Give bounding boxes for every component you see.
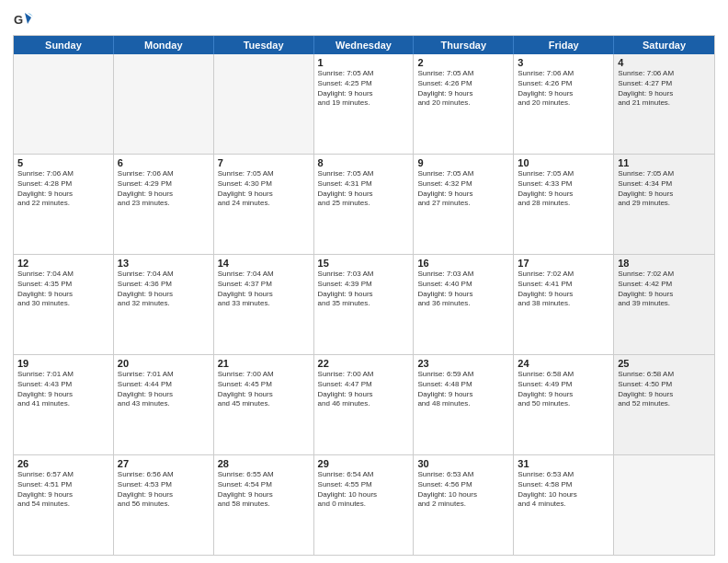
- weekday-header-sunday: Sunday: [14, 36, 114, 54]
- calendar-cell-25: 25Sunrise: 6:58 AM Sunset: 4:50 PM Dayli…: [614, 355, 714, 454]
- calendar-row-5: 26Sunrise: 6:57 AM Sunset: 4:51 PM Dayli…: [14, 455, 714, 555]
- calendar-cell-7: 7Sunrise: 7:05 AM Sunset: 4:30 PM Daylig…: [214, 155, 314, 254]
- calendar-cell-26: 26Sunrise: 6:57 AM Sunset: 4:51 PM Dayli…: [14, 455, 114, 555]
- day-number: 19: [17, 358, 109, 369]
- calendar-cell-3: 3Sunrise: 7:06 AM Sunset: 4:26 PM Daylig…: [514, 54, 614, 154]
- cell-info-text: Sunrise: 7:05 AM Sunset: 4:34 PM Dayligh…: [618, 169, 711, 209]
- calendar-row-3: 12Sunrise: 7:04 AM Sunset: 4:35 PM Dayli…: [14, 255, 714, 355]
- calendar-cell-15: 15Sunrise: 7:03 AM Sunset: 4:39 PM Dayli…: [314, 255, 415, 354]
- cell-info-text: Sunrise: 7:06 AM Sunset: 4:28 PM Dayligh…: [17, 169, 109, 209]
- calendar-row-4: 19Sunrise: 7:01 AM Sunset: 4:43 PM Dayli…: [14, 355, 714, 455]
- calendar-cell-16: 16Sunrise: 7:03 AM Sunset: 4:40 PM Dayli…: [414, 255, 514, 354]
- cell-info-text: Sunrise: 7:01 AM Sunset: 4:44 PM Dayligh…: [118, 370, 210, 409]
- day-number: 2: [417, 57, 509, 68]
- calendar-cell-9: 9Sunrise: 7:05 AM Sunset: 4:32 PM Daylig…: [414, 155, 514, 254]
- day-number: 9: [417, 157, 509, 168]
- cell-info-text: Sunrise: 7:05 AM Sunset: 4:31 PM Dayligh…: [318, 169, 410, 209]
- calendar-cell-31: 31Sunrise: 6:53 AM Sunset: 4:58 PM Dayli…: [514, 455, 614, 555]
- day-number: 24: [518, 358, 609, 369]
- calendar-cell-27: 27Sunrise: 6:56 AM Sunset: 4:53 PM Dayli…: [114, 455, 214, 555]
- calendar-cell-24: 24Sunrise: 6:58 AM Sunset: 4:49 PM Dayli…: [514, 355, 614, 454]
- cell-info-text: Sunrise: 7:04 AM Sunset: 4:36 PM Dayligh…: [118, 270, 210, 309]
- cell-info-text: Sunrise: 7:01 AM Sunset: 4:43 PM Dayligh…: [17, 370, 109, 409]
- cell-info-text: Sunrise: 7:04 AM Sunset: 4:35 PM Dayligh…: [17, 270, 109, 309]
- calendar-cell-23: 23Sunrise: 6:59 AM Sunset: 4:48 PM Dayli…: [414, 355, 514, 454]
- cell-info-text: Sunrise: 7:06 AM Sunset: 4:27 PM Dayligh…: [618, 69, 711, 109]
- weekday-header-thursday: Thursday: [414, 36, 514, 54]
- cell-info-text: Sunrise: 7:02 AM Sunset: 4:41 PM Dayligh…: [518, 270, 609, 309]
- day-number: 25: [618, 358, 711, 369]
- calendar-cell-13: 13Sunrise: 7:04 AM Sunset: 4:36 PM Dayli…: [114, 255, 214, 354]
- day-number: 28: [218, 458, 310, 469]
- calendar-cell-10: 10Sunrise: 7:05 AM Sunset: 4:33 PM Dayli…: [514, 155, 614, 254]
- cell-info-text: Sunrise: 7:02 AM Sunset: 4:42 PM Dayligh…: [618, 270, 711, 309]
- day-number: 16: [417, 258, 509, 269]
- day-number: 14: [218, 258, 310, 269]
- calendar-cell-5: 5Sunrise: 7:06 AM Sunset: 4:28 PM Daylig…: [14, 155, 114, 254]
- weekday-header-saturday: Saturday: [614, 36, 714, 54]
- calendar-cell-empty-0-1: [114, 54, 214, 154]
- calendar-cell-21: 21Sunrise: 7:00 AM Sunset: 4:45 PM Dayli…: [214, 355, 314, 454]
- cell-info-text: Sunrise: 6:57 AM Sunset: 4:51 PM Dayligh…: [17, 470, 109, 510]
- calendar-cell-12: 12Sunrise: 7:04 AM Sunset: 4:35 PM Dayli…: [14, 255, 114, 354]
- svg-text:G: G: [14, 13, 23, 27]
- day-number: 5: [17, 157, 109, 168]
- logo: G: [13, 9, 37, 29]
- calendar: SundayMondayTuesdayWednesdayThursdayFrid…: [13, 35, 715, 556]
- weekday-header-friday: Friday: [514, 36, 614, 54]
- day-number: 17: [518, 258, 609, 269]
- day-number: 8: [318, 157, 410, 168]
- cell-info-text: Sunrise: 7:05 AM Sunset: 4:26 PM Dayligh…: [417, 69, 509, 109]
- day-number: 13: [118, 258, 210, 269]
- calendar-row-1: 1Sunrise: 7:05 AM Sunset: 4:25 PM Daylig…: [14, 54, 714, 155]
- calendar-body: 1Sunrise: 7:05 AM Sunset: 4:25 PM Daylig…: [14, 54, 714, 555]
- day-number: 11: [618, 157, 711, 168]
- weekday-header-wednesday: Wednesday: [314, 36, 415, 54]
- day-number: 4: [618, 57, 711, 68]
- calendar-cell-1: 1Sunrise: 7:05 AM Sunset: 4:25 PM Daylig…: [314, 54, 415, 154]
- calendar-header: SundayMondayTuesdayWednesdayThursdayFrid…: [14, 36, 714, 54]
- day-number: 22: [318, 358, 410, 369]
- cell-info-text: Sunrise: 7:03 AM Sunset: 4:40 PM Dayligh…: [417, 270, 509, 309]
- calendar-cell-18: 18Sunrise: 7:02 AM Sunset: 4:42 PM Dayli…: [614, 255, 714, 354]
- cell-info-text: Sunrise: 6:53 AM Sunset: 4:56 PM Dayligh…: [417, 470, 509, 510]
- cell-info-text: Sunrise: 6:56 AM Sunset: 4:53 PM Dayligh…: [118, 470, 210, 510]
- calendar-cell-4: 4Sunrise: 7:06 AM Sunset: 4:27 PM Daylig…: [614, 54, 714, 154]
- logo-icon: G: [13, 9, 33, 29]
- cell-info-text: Sunrise: 7:05 AM Sunset: 4:30 PM Dayligh…: [218, 169, 310, 209]
- calendar-cell-28: 28Sunrise: 6:55 AM Sunset: 4:54 PM Dayli…: [214, 455, 314, 555]
- cell-info-text: Sunrise: 7:06 AM Sunset: 4:26 PM Dayligh…: [518, 69, 609, 109]
- calendar-cell-empty-0-0: [14, 54, 114, 154]
- cell-info-text: Sunrise: 7:00 AM Sunset: 4:47 PM Dayligh…: [318, 370, 410, 409]
- cell-info-text: Sunrise: 6:58 AM Sunset: 4:50 PM Dayligh…: [618, 370, 711, 409]
- calendar-cell-29: 29Sunrise: 6:54 AM Sunset: 4:55 PM Dayli…: [314, 455, 415, 555]
- cell-info-text: Sunrise: 6:53 AM Sunset: 4:58 PM Dayligh…: [518, 470, 609, 510]
- day-number: 31: [518, 458, 609, 469]
- cell-info-text: Sunrise: 6:55 AM Sunset: 4:54 PM Dayligh…: [218, 470, 310, 510]
- calendar-cell-2: 2Sunrise: 7:05 AM Sunset: 4:26 PM Daylig…: [414, 54, 514, 154]
- cell-info-text: Sunrise: 6:59 AM Sunset: 4:48 PM Dayligh…: [417, 370, 509, 409]
- calendar-cell-11: 11Sunrise: 7:05 AM Sunset: 4:34 PM Dayli…: [614, 155, 714, 254]
- page-header: G: [13, 9, 715, 29]
- calendar-cell-20: 20Sunrise: 7:01 AM Sunset: 4:44 PM Dayli…: [114, 355, 214, 454]
- day-number: 10: [518, 157, 609, 168]
- cell-info-text: Sunrise: 7:00 AM Sunset: 4:45 PM Dayligh…: [218, 370, 310, 409]
- calendar-cell-14: 14Sunrise: 7:04 AM Sunset: 4:37 PM Dayli…: [214, 255, 314, 354]
- calendar-cell-30: 30Sunrise: 6:53 AM Sunset: 4:56 PM Dayli…: [414, 455, 514, 555]
- cell-info-text: Sunrise: 7:03 AM Sunset: 4:39 PM Dayligh…: [318, 270, 410, 309]
- cell-info-text: Sunrise: 6:54 AM Sunset: 4:55 PM Dayligh…: [318, 470, 410, 510]
- day-number: 7: [218, 157, 310, 168]
- calendar-cell-17: 17Sunrise: 7:02 AM Sunset: 4:41 PM Dayli…: [514, 255, 614, 354]
- day-number: 18: [618, 258, 711, 269]
- calendar-cell-19: 19Sunrise: 7:01 AM Sunset: 4:43 PM Dayli…: [14, 355, 114, 454]
- day-number: 29: [318, 458, 410, 469]
- day-number: 23: [417, 358, 509, 369]
- day-number: 27: [118, 458, 210, 469]
- day-number: 15: [318, 258, 410, 269]
- calendar-cell-6: 6Sunrise: 7:06 AM Sunset: 4:29 PM Daylig…: [114, 155, 214, 254]
- day-number: 26: [17, 458, 109, 469]
- calendar-row-2: 5Sunrise: 7:06 AM Sunset: 4:28 PM Daylig…: [14, 155, 714, 255]
- cell-info-text: Sunrise: 7:04 AM Sunset: 4:37 PM Dayligh…: [218, 270, 310, 309]
- calendar-cell-empty-0-2: [214, 54, 314, 154]
- calendar-cell-22: 22Sunrise: 7:00 AM Sunset: 4:47 PM Dayli…: [314, 355, 415, 454]
